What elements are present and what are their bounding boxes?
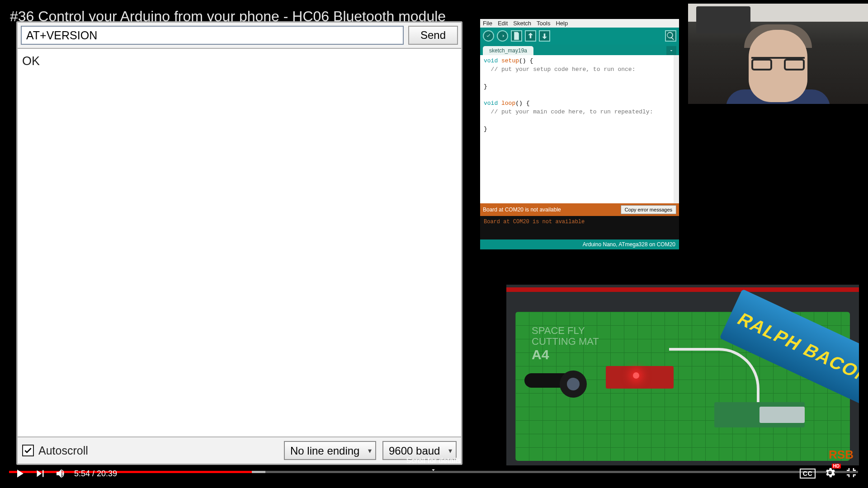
upload-button[interactable] bbox=[497, 30, 508, 42]
menu-sketch[interactable]: Sketch bbox=[513, 20, 531, 27]
play-icon bbox=[13, 467, 26, 480]
ide-status-bar: Arduino Nano, ATmega328 on COM20 bbox=[480, 239, 679, 249]
menu-help[interactable]: Help bbox=[556, 20, 568, 27]
serial-monitor-window: Send OK Autoscroll No line ending ▾ 9600… bbox=[16, 21, 462, 465]
new-sketch-button[interactable] bbox=[511, 30, 522, 42]
code-editor[interactable]: void setup() { // put your setup code he… bbox=[480, 55, 679, 203]
ide-toolbar bbox=[480, 28, 679, 44]
file-icon bbox=[512, 31, 521, 41]
tab-menu-button[interactable] bbox=[666, 46, 676, 55]
error-text: Board at COM20 is not available bbox=[483, 206, 617, 213]
sketch-tab[interactable]: sketch_may19a bbox=[483, 46, 533, 55]
ide-error-banner: Board at COM20 is not available Copy err… bbox=[480, 203, 679, 216]
serial-monitor-button[interactable] bbox=[665, 30, 676, 42]
mute-button[interactable] bbox=[51, 463, 71, 484]
scroll-hint[interactable]: Scroll for details bbox=[406, 456, 461, 474]
exit-fullscreen-button[interactable] bbox=[844, 466, 858, 481]
volume-icon bbox=[54, 467, 68, 480]
arrow-right-icon bbox=[500, 33, 505, 39]
verify-button[interactable] bbox=[483, 30, 494, 42]
menu-file[interactable]: File bbox=[483, 20, 492, 27]
menu-tools[interactable]: Tools bbox=[537, 20, 550, 27]
cutting-mat-label: SPACE FLY CUTTING MAT A4 bbox=[532, 325, 599, 362]
time-display: 5:54 / 20:39 bbox=[74, 469, 117, 479]
autoscroll-checkbox[interactable] bbox=[22, 445, 34, 456]
next-button[interactable] bbox=[30, 463, 51, 484]
send-button[interactable]: Send bbox=[408, 26, 458, 45]
console-line: Board at COM20 is not available bbox=[484, 219, 675, 225]
exit-fullscreen-icon bbox=[844, 466, 858, 479]
chevron-down-icon bbox=[669, 48, 674, 53]
arrow-down-icon bbox=[540, 31, 549, 41]
copy-errors-button[interactable]: Copy error messages bbox=[621, 205, 676, 214]
chevron-down-icon bbox=[429, 466, 438, 474]
player-controls: 5:54 / 20:39 Scroll for details CC HD bbox=[9, 462, 858, 485]
ftdi-board bbox=[606, 366, 674, 389]
open-sketch-button[interactable] bbox=[525, 30, 536, 42]
presenter-webcam bbox=[688, 4, 868, 104]
watermark: RSB bbox=[829, 448, 854, 462]
next-icon bbox=[33, 467, 47, 480]
magnify-icon bbox=[666, 31, 675, 41]
check-icon bbox=[486, 33, 491, 39]
hardware-camera-view: SPACE FLY CUTTING MAT A4 RALPH BACON RSB bbox=[506, 285, 859, 465]
arrow-up-icon bbox=[526, 31, 535, 41]
line-ending-select[interactable]: No line ending bbox=[284, 441, 376, 460]
check-icon bbox=[24, 446, 33, 455]
menu-edit[interactable]: Edit bbox=[498, 20, 508, 27]
settings-button[interactable]: HD bbox=[824, 466, 836, 481]
power-led-icon bbox=[633, 372, 639, 379]
arduino-ide-window: File Edit Sketch Tools Help sketch_may19… bbox=[480, 19, 679, 249]
play-button[interactable] bbox=[9, 463, 30, 484]
hd-badge: HD bbox=[832, 464, 841, 469]
ide-menubar: File Edit Sketch Tools Help bbox=[480, 19, 679, 28]
captions-button[interactable]: CC bbox=[800, 469, 816, 479]
serial-output: OK bbox=[18, 49, 461, 436]
editor-scrollbar[interactable] bbox=[674, 55, 679, 203]
save-sketch-button[interactable] bbox=[539, 30, 550, 42]
ide-tabs: sketch_may19a bbox=[480, 44, 679, 55]
ide-console: Board at COM20 is not available bbox=[480, 216, 679, 239]
autoscroll-label: Autoscroll bbox=[38, 444, 88, 457]
serial-input[interactable] bbox=[21, 26, 404, 45]
